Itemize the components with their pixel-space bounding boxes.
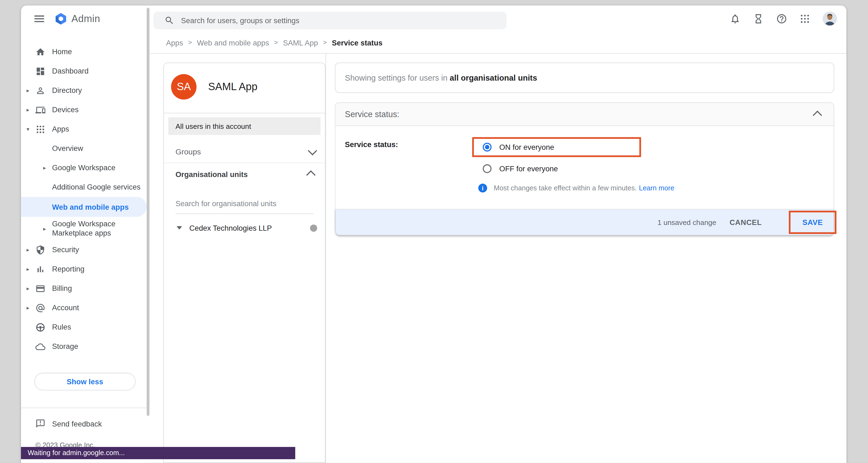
saml-app-panel: SA SAML App All users in this account Gr… [163, 62, 326, 463]
sidebar-item-overview[interactable]: Overview [21, 139, 147, 158]
apps-grid-icon[interactable] [799, 13, 810, 25]
info-note: i Most changes take effect within a few … [472, 184, 675, 192]
scope-banner-card: Showing settings for users in all organi… [335, 62, 834, 93]
credit-card-icon [35, 284, 45, 294]
cancel-button[interactable]: CANCEL [730, 218, 762, 226]
info-icon: i [478, 184, 487, 192]
unsaved-changes-text: 1 unsaved change [657, 218, 716, 226]
radio-option-on[interactable]: ON for everyone [472, 137, 554, 157]
save-button[interactable]: SAVE [802, 218, 823, 226]
sidebar-item-devices[interactable]: ▸ Devices [21, 100, 147, 120]
tree-expand-icon[interactable] [177, 226, 182, 230]
screen: Admin [0, 0, 868, 463]
show-less-button[interactable]: Show less [34, 373, 136, 391]
user-avatar[interactable] [823, 12, 837, 26]
breadcrumb-separator: > [188, 39, 192, 46]
app-avatar: SA [171, 74, 196, 99]
chevron-up-icon [306, 170, 315, 179]
breadcrumb-separator: > [274, 39, 278, 46]
sidebar-item-billing[interactable]: ▸ Billing [21, 278, 147, 298]
search-icon [164, 15, 175, 26]
app-title: SAML App [208, 80, 258, 93]
sidebar-item-google-workspace-marketplace-apps[interactable]: ▸ Google Workspace Marketplace apps [21, 217, 147, 240]
sidebar-item-security[interactable]: ▸ Security [21, 240, 147, 259]
expand-right-icon: ▸ [26, 88, 35, 93]
all-users-scope-item[interactable]: All users in this account [168, 117, 320, 135]
sidebar-item-web-and-mobile-apps[interactable]: Web and mobile apps [21, 197, 147, 217]
person-icon [35, 86, 45, 96]
expand-right-icon: ▸ [43, 225, 52, 231]
sidebar-navigation: Home Dashboard ▸ Directory ▸ Devices ▾ [21, 32, 150, 463]
unsaved-changes-bar: 1 unsaved change CANCEL SAVE [336, 209, 834, 235]
cloud-icon [35, 341, 45, 352]
ou-tree-item[interactable]: Cedex Technologies LLP [164, 221, 325, 235]
send-feedback-button[interactable]: Send feedback [21, 414, 147, 434]
browser-status-toast: Waiting for admin.google.com... [21, 447, 295, 459]
learn-more-link[interactable]: Learn more [639, 184, 675, 192]
main-content: Showing settings for users in all organi… [326, 54, 846, 463]
organisational-units-section-toggle[interactable]: Organisational units [164, 163, 325, 185]
breadcrumb-web-and-mobile-apps[interactable]: Web and mobile apps [197, 38, 269, 46]
feedback-icon [35, 419, 45, 429]
breadcrumb-apps[interactable]: Apps [166, 38, 183, 46]
breadcrumb-service-status: Service status [332, 38, 382, 46]
shield-icon [35, 245, 45, 255]
collapse-chevron-up-icon[interactable] [813, 110, 822, 120]
service-status-card: Service status: Service status: ON for e… [335, 102, 834, 234]
at-sign-icon [35, 303, 45, 313]
ou-search-field[interactable] [176, 199, 313, 214]
sidebar-item-dashboard[interactable]: Dashboard [21, 61, 147, 80]
breadcrumb: Apps > Web and mobile apps > SAML App > … [150, 32, 846, 54]
sidebar-item-apps[interactable]: ▾ Apps [21, 120, 147, 139]
radio-on-selected[interactable] [483, 143, 492, 152]
hamburger-menu-icon[interactable] [34, 14, 44, 24]
scope-value: all organisational units [450, 73, 537, 82]
home-icon [35, 47, 45, 57]
service-status-card-header[interactable]: Service status: [336, 103, 834, 126]
radio-option-off[interactable]: OFF for everyone [472, 160, 558, 177]
expand-right-icon: ▸ [43, 165, 52, 171]
browser-app-window: Admin [21, 5, 846, 463]
sidebar-item-directory[interactable]: ▸ Directory [21, 80, 147, 100]
expand-right-icon: ▸ [26, 107, 35, 113]
top-app-bar: Admin [21, 5, 846, 32]
expand-right-icon: ▸ [26, 305, 35, 311]
sidebar-item-additional-google-services[interactable]: Additional Google services [21, 177, 147, 197]
sidebar-scrollbar[interactable] [147, 8, 149, 416]
expand-down-icon: ▾ [26, 126, 35, 132]
sidebar-item-storage[interactable]: Storage [21, 337, 147, 356]
product-name: Admin [71, 13, 100, 25]
topbar-action-icons [730, 5, 837, 32]
expand-right-icon: ▸ [26, 247, 35, 253]
hourglass-icon[interactable] [753, 13, 764, 25]
sidebar-item-google-workspace[interactable]: ▸ Google Workspace [21, 158, 147, 177]
notifications-bell-icon[interactable] [730, 13, 741, 25]
help-icon[interactable] [776, 13, 787, 25]
breadcrumb-separator: > [323, 39, 327, 46]
sidebar-item-rules[interactable]: Rules [21, 318, 147, 337]
ou-status-dot [310, 224, 317, 231]
bar-chart-icon [35, 264, 45, 274]
breadcrumb-saml-app[interactable]: SAML App [283, 38, 318, 46]
ou-search-input[interactable] [176, 200, 313, 208]
apps-grid-icon [35, 124, 45, 134]
radio-off-unselected[interactable] [483, 164, 492, 173]
service-status-field-label: Service status: [345, 140, 398, 149]
google-admin-logo [54, 12, 68, 26]
dashboard-icon [35, 66, 45, 76]
sidebar-item-account[interactable]: ▸ Account [21, 298, 147, 317]
groups-section-toggle[interactable]: Groups [164, 140, 325, 163]
google-admin-brand: Admin [54, 5, 100, 32]
chevron-down-icon [308, 146, 317, 155]
sidebar-divider [21, 408, 147, 408]
expand-right-icon: ▸ [26, 266, 35, 272]
sidebar-item-home[interactable]: Home [21, 42, 147, 61]
service-status-card-body: Service status: ON for everyone OFF for … [336, 126, 834, 209]
app-panel-header: SA SAML App [164, 63, 325, 113]
devices-icon [35, 105, 45, 115]
sidebar-item-reporting[interactable]: ▸ Reporting [21, 259, 147, 278]
global-search-bar[interactable] [153, 12, 506, 29]
annotation-highlight-save-button: SAVE [789, 211, 837, 234]
steering-wheel-icon [35, 322, 45, 332]
search-input[interactable] [180, 16, 459, 25]
